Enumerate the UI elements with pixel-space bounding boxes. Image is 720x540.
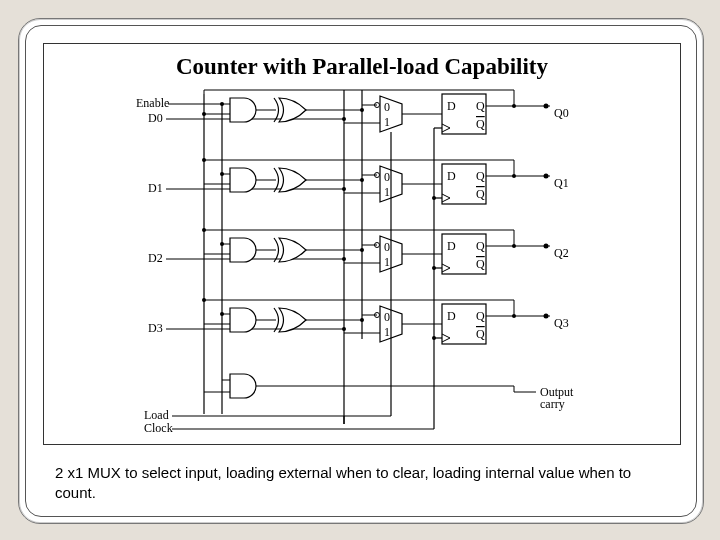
svg-text:D: D — [447, 309, 456, 323]
svg-point-35 — [544, 174, 549, 179]
svg-point-83 — [220, 172, 224, 176]
svg-point-89 — [342, 187, 346, 191]
and-gate-icon — [230, 238, 256, 262]
svg-point-82 — [202, 158, 206, 162]
svg-point-80 — [202, 112, 206, 116]
svg-text:Q: Q — [476, 239, 485, 253]
stage-0: D Q Q — [166, 90, 550, 134]
svg-text:Q: Q — [476, 117, 485, 131]
label-load: Load — [144, 408, 169, 422]
label-enable: Enable — [136, 96, 169, 110]
xor-gate-icon — [274, 238, 306, 262]
svg-point-92 — [360, 108, 364, 112]
svg-text:Q: Q — [476, 187, 485, 201]
svg-point-22 — [512, 104, 516, 108]
label-d2: D2 — [148, 251, 163, 265]
stage-1: D Q Q — [166, 160, 550, 204]
mux-icon — [375, 306, 403, 342]
svg-point-96 — [432, 196, 436, 200]
label-d0: D0 — [148, 111, 163, 125]
diagram-frame: Counter with Parallel-load Capability 0 … — [43, 43, 681, 445]
mux-icon — [375, 166, 403, 202]
svg-point-93 — [360, 178, 364, 182]
stage-2: D Q Q — [166, 230, 550, 274]
svg-point-85 — [220, 242, 224, 246]
svg-point-97 — [432, 266, 436, 270]
svg-point-21 — [544, 104, 549, 109]
svg-point-90 — [342, 257, 346, 261]
label-carry: carry — [540, 397, 565, 411]
svg-text:Q: Q — [476, 327, 485, 341]
svg-text:Q: Q — [476, 169, 485, 183]
and-gate-icon — [230, 308, 256, 332]
svg-point-91 — [342, 327, 346, 331]
circuit-diagram: 0 1 Enable D0 D1 D2 — [44, 44, 680, 444]
svg-point-98 — [432, 336, 436, 340]
svg-point-95 — [360, 318, 364, 322]
svg-text:Q: Q — [476, 257, 485, 271]
svg-text:D: D — [447, 99, 456, 113]
svg-point-49 — [544, 244, 549, 249]
xor-gate-icon — [274, 168, 306, 192]
xor-gate-icon — [274, 98, 306, 122]
and-gate-icon — [230, 98, 256, 122]
and-gate-icon — [230, 374, 256, 398]
svg-text:Q: Q — [476, 309, 485, 323]
junction-dots — [202, 102, 436, 340]
mux-icon — [375, 236, 403, 272]
svg-point-84 — [202, 228, 206, 232]
label-clock: Clock — [144, 421, 173, 435]
mux-icon — [375, 96, 403, 132]
svg-point-64 — [512, 314, 516, 318]
svg-text:D: D — [447, 239, 456, 253]
load-clock-lines — [172, 128, 442, 429]
xor-gate-icon — [274, 308, 306, 332]
label-q1: Q1 — [554, 176, 569, 190]
slide-card: Counter with Parallel-load Capability 0 … — [18, 18, 704, 524]
svg-point-50 — [512, 244, 516, 248]
svg-point-81 — [220, 102, 224, 106]
label-d3: D3 — [148, 321, 163, 335]
svg-point-63 — [544, 314, 549, 319]
svg-point-94 — [360, 248, 364, 252]
label-q2: Q2 — [554, 246, 569, 260]
svg-point-87 — [220, 312, 224, 316]
svg-point-36 — [512, 174, 516, 178]
stage-3: D Q Q — [166, 300, 550, 344]
svg-text:Q: Q — [476, 99, 485, 113]
label-q3: Q3 — [554, 316, 569, 330]
label-q0: Q0 — [554, 106, 569, 120]
label-d1: D1 — [148, 181, 163, 195]
carry-and — [204, 374, 536, 398]
slide-caption: 2 x1 MUX to select input, loading extern… — [55, 463, 667, 502]
svg-text:D: D — [447, 169, 456, 183]
svg-point-86 — [202, 298, 206, 302]
svg-point-88 — [342, 117, 346, 121]
and-gate-icon — [230, 168, 256, 192]
